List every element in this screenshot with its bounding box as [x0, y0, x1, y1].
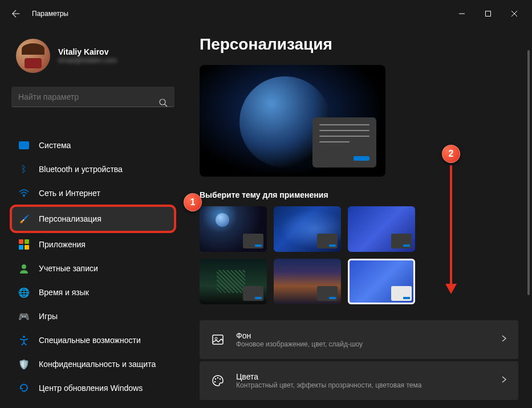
callout-2: 2 — [442, 145, 460, 163]
minimize-button[interactable] — [449, 2, 475, 25]
callout-1: 1 — [184, 193, 202, 211]
svg-point-2 — [23, 195, 25, 197]
window-title: Параметры — [32, 10, 68, 18]
settings-item-colors[interactable]: Цвета Контрастный цвет, эффекты прозрачн… — [200, 361, 518, 400]
sidebar-item-label: Учетные записи — [39, 264, 98, 273]
sidebar-item-label: Специальные возможности — [39, 336, 141, 345]
sidebar-item-accounts[interactable]: Учетные записи — [11, 258, 174, 279]
svg-point-7 — [215, 378, 216, 380]
accessibility-icon — [18, 334, 30, 346]
window-controls — [449, 2, 527, 25]
sidebar-item-label: Сеть и Интернет — [39, 189, 100, 198]
profile-name: Vitaliy Kairov — [58, 47, 117, 56]
sidebar-item-personalization[interactable]: 🖌️Персонализация — [11, 206, 174, 231]
sidebar-item-label: Центр обновления Windows — [39, 383, 143, 393]
sidebar-item-label: Игры — [39, 312, 58, 321]
gamepad-icon: 🎮 — [18, 311, 30, 322]
sidebar-item-time[interactable]: 🌐Время и язык — [11, 281, 174, 303]
theme-tile-2[interactable] — [274, 206, 341, 252]
profile-section[interactable]: Vitaliy Kairov email@hidden.com — [11, 39, 174, 73]
sidebar-item-label: Система — [39, 141, 71, 150]
sidebar-item-gaming[interactable]: 🎮Игры — [11, 305, 174, 327]
theme-tile-4[interactable] — [200, 259, 267, 304]
sidebar-item-label: Приложения — [39, 240, 86, 249]
sidebar: Vitaliy Kairov email@hidden.com Система … — [0, 27, 184, 408]
scrollbar[interactable] — [524, 27, 532, 408]
bluetooth-icon: ᛒ — [18, 164, 30, 175]
svg-point-4 — [23, 336, 25, 338]
avatar — [16, 39, 50, 73]
sidebar-item-privacy[interactable]: 🛡️Конфиденциальность и защита — [11, 353, 174, 375]
theme-grid — [200, 206, 518, 304]
theme-tile-1[interactable] — [200, 206, 267, 252]
settings-item-title: Цвета — [236, 372, 501, 381]
chevron-right-icon — [501, 376, 507, 386]
close-button[interactable] — [501, 2, 527, 25]
sidebar-item-update[interactable]: Центр обновления Windows — [11, 377, 174, 399]
maximize-button[interactable] — [475, 2, 501, 25]
settings-item-desc: Фоновое изображение, цвет, слайд-шоу — [236, 340, 501, 348]
clock-icon: 🌐 — [18, 287, 30, 298]
settings-item-background[interactable]: Фон Фоновое изображение, цвет, слайд-шоу — [200, 320, 518, 359]
maximize-icon — [485, 11, 491, 17]
back-button[interactable] — [5, 2, 27, 25]
palette-icon — [211, 374, 225, 387]
titlebar: Параметры — [0, 0, 532, 27]
settings-item-title: Фон — [236, 331, 501, 340]
svg-point-6 — [215, 337, 217, 340]
shield-icon: 🛡️ — [18, 358, 30, 370]
theme-tile-5[interactable] — [274, 259, 341, 304]
theme-tile-3[interactable] — [348, 206, 415, 252]
guide-arrow-head — [445, 284, 457, 294]
settings-item-desc: Контрастный цвет, эффекты прозрачности, … — [236, 381, 501, 389]
svg-point-10 — [214, 381, 216, 382]
search-input[interactable] — [11, 87, 174, 107]
nav-list: Система ᛒBluetooth и устройства Сеть и И… — [11, 134, 174, 399]
apps-icon — [18, 239, 30, 250]
close-icon — [511, 11, 517, 17]
sidebar-item-label: Время и язык — [39, 288, 89, 297]
svg-point-3 — [22, 264, 26, 269]
minimize-icon — [459, 11, 465, 17]
guide-arrow-line — [450, 165, 452, 285]
desktop-preview — [200, 65, 385, 177]
main-content: Персонализация Выберите тему для примене… — [184, 27, 532, 408]
person-icon — [18, 263, 30, 274]
svg-point-1 — [160, 99, 165, 105]
sidebar-item-accessibility[interactable]: Специальные возможности — [11, 329, 174, 351]
svg-rect-0 — [486, 11, 491, 17]
search-icon — [159, 98, 168, 109]
theme-section-label: Выберите тему для применения — [200, 190, 518, 199]
sidebar-item-network[interactable]: Сеть и Интернет — [11, 182, 174, 204]
chevron-right-icon — [501, 334, 507, 345]
sidebar-item-apps[interactable]: Приложения — [11, 234, 174, 255]
sidebar-item-label: Конфиденциальность и защита — [39, 360, 156, 369]
paintbrush-icon: 🖌️ — [18, 213, 30, 225]
profile-email: email@hidden.com — [58, 56, 117, 64]
picture-icon — [211, 333, 225, 346]
update-icon — [18, 382, 30, 394]
svg-point-8 — [217, 377, 218, 378]
svg-point-9 — [220, 378, 221, 380]
system-icon — [18, 140, 30, 151]
back-arrow-icon — [12, 10, 20, 18]
scrollbar-thumb[interactable] — [527, 50, 530, 295]
wifi-icon — [18, 187, 30, 199]
page-title: Персонализация — [200, 35, 518, 54]
theme-tile-6[interactable] — [348, 259, 415, 304]
sidebar-item-system[interactable]: Система — [11, 134, 174, 156]
sidebar-item-label: Персонализация — [39, 214, 101, 223]
sidebar-item-bluetooth[interactable]: ᛒBluetooth и устройства — [11, 158, 174, 180]
sidebar-item-label: Bluetooth и устройства — [39, 165, 123, 174]
